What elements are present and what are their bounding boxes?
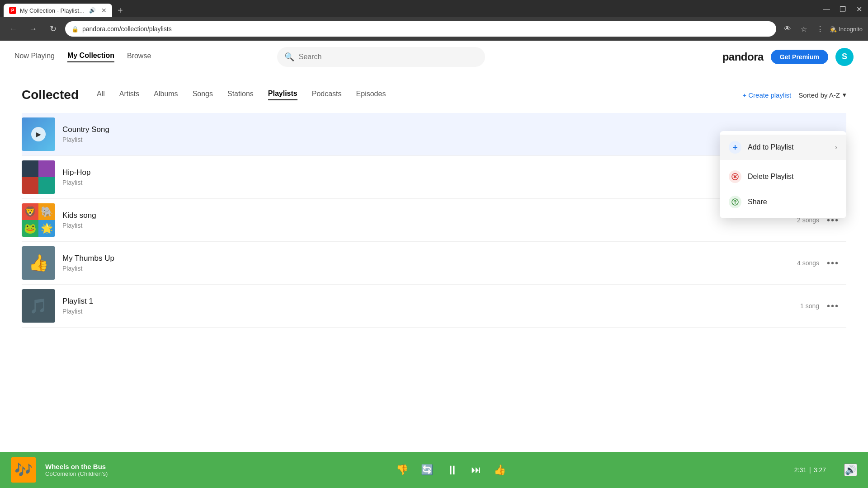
add-to-playlist-label: Add to Playlist [748,143,793,151]
tab-favicon: P [9,7,16,14]
refresh-button[interactable]: ↻ [45,21,61,37]
playlist-more-button[interactable]: ••• [827,301,839,311]
playlist-thumbnail [22,160,55,194]
chevron-down-icon: ▾ [843,91,846,99]
playlist-type: Playlist [62,265,790,272]
search-bar[interactable]: 🔍 [277,47,485,67]
collection-actions: + Create playlist Sorted by A-Z ▾ [742,91,846,99]
bottom-player: 🎶 Wheels on the Bus CoComelon (Children'… [0,452,868,488]
replay-button[interactable]: 🔄 [421,464,433,476]
context-menu-delete-playlist[interactable]: Delete Playlist [720,164,846,189]
collection-header: Collected All Artists Albums Songs Stati… [22,88,846,102]
playlist-song-count: 1 song [800,302,846,310]
reader-mode-icon[interactable]: 👁 [781,22,794,36]
context-menu-add-to-playlist[interactable]: Add to Playlist › [720,135,846,160]
thumb-cell [38,177,55,194]
filter-tab-albums[interactable]: Albums [154,90,178,100]
create-playlist-button[interactable]: + Create playlist [742,91,791,99]
header-right: pandora Get Premium S [722,48,854,66]
playlist-type: Playlist [62,222,790,229]
playlist-row[interactable]: 👍 My Thumbs Up Playlist 4 songs ••• [22,242,846,285]
tab-audio-icon: 🔊 [89,7,96,14]
thumb-cell [22,177,38,194]
player-artist: CoComelon (Children's) [45,470,108,477]
menu-divider [720,162,846,162]
filter-tab-episodes[interactable]: Episodes [356,90,386,100]
playlist-thumbnail: 🎵 [22,289,55,323]
tab-close-button[interactable]: ✕ [101,7,107,14]
play-icon: ▶ [31,127,46,141]
player-song-title: Wheels on the Bus [45,463,108,470]
playlist-row[interactable]: 🎵 Playlist 1 Playlist 1 song ••• [22,285,846,328]
address-bar[interactable]: 🔒 pandora.com/collection/playlists [65,21,776,37]
context-menu: Add to Playlist › Delete Playlist Share [720,131,846,218]
forward-button[interactable]: → [25,21,41,37]
thumb-cell: 🦁 [22,203,38,220]
new-tab-button[interactable]: + [114,4,127,17]
playlist-name: My Thumbs Up [62,254,790,263]
filter-tab-all[interactable]: All [97,90,105,100]
active-tab[interactable]: P My Collection - Playlists - P... 🔊 ✕ [4,4,112,17]
browse-nav[interactable]: Browse [127,52,151,62]
current-time: 2:31 [794,466,807,474]
incognito-badge: 🕵 Incognito [830,26,863,33]
playlist-info: Playlist 1 Playlist [62,297,793,315]
player-thumbnail: 🎶 [11,457,36,483]
thumbs-up-button[interactable]: 👍 [494,464,506,476]
delete-playlist-label: Delete Playlist [748,173,793,181]
delete-playlist-icon [729,170,741,183]
filter-tab-songs[interactable]: Songs [193,90,213,100]
pause-button[interactable]: ⏸ [446,463,458,478]
restore-button[interactable]: ❐ [837,4,848,14]
thumb-cell: 🐸 [22,220,38,237]
close-button[interactable]: ✕ [854,4,864,14]
search-input[interactable] [299,53,478,61]
main-nav: Now Playing My Collection Browse [14,52,151,62]
playlist-thumbnail: 🦁 🐘 🐸 🌟 [22,203,55,237]
player-time: 2:31 | 3:27 [794,466,826,474]
minimize-button[interactable]: — [821,4,832,14]
thumbs-down-button[interactable]: 👎 [396,464,408,476]
bookmark-icon[interactable]: ☆ [797,22,811,36]
player-info: Wheels on the Bus CoComelon (Children's) [45,463,108,477]
pandora-logo: pandora [722,51,764,63]
my-collection-nav[interactable]: My Collection [67,52,114,62]
window-controls: — ❐ ✕ [821,4,864,17]
total-time: 3:27 [814,466,826,474]
url-text: pandora.com/collection/playlists [82,25,770,33]
sort-label: Sorted by A-Z [798,91,840,99]
thumb-cell: 🐘 [38,203,55,220]
sort-dropdown[interactable]: Sorted by A-Z ▾ [798,91,846,99]
browser-menu-icon[interactable]: ⋮ [813,22,827,36]
get-premium-button[interactable]: Get Premium [771,50,828,64]
playlist-info: Kids song Playlist [62,211,790,229]
collection-title: Collected [22,88,79,102]
skip-forward-button[interactable]: ⏭ [471,464,481,476]
playlist-type: Playlist [62,308,793,315]
playlist-info: Hip-Hop Playlist [62,168,812,186]
thumb-cell [38,160,55,177]
incognito-icon: 🕵 [830,26,837,33]
playlist-name: Hip-Hop [62,168,812,177]
share-label: Share [748,198,767,206]
back-button[interactable]: ← [5,21,21,37]
filter-tab-stations[interactable]: Stations [227,90,254,100]
app-header: Now Playing My Collection Browse 🔍 pando… [0,41,868,73]
context-menu-share[interactable]: Share [720,189,846,215]
filter-tab-playlists[interactable]: Playlists [268,89,297,100]
playlist-more-button[interactable]: ••• [827,258,839,268]
filter-tab-podcasts[interactable]: Podcasts [312,90,342,100]
filter-tab-artists[interactable]: Artists [119,90,139,100]
submenu-arrow-icon: › [835,143,837,151]
share-icon [729,196,741,208]
playlist-info: My Thumbs Up Playlist [62,254,790,272]
now-playing-nav[interactable]: Now Playing [14,52,55,62]
browser-chrome: P My Collection - Playlists - P... 🔊 ✕ +… [0,0,868,41]
thumbsup-icon: 👍 [28,253,49,272]
volume-button[interactable]: 🔊 [844,464,857,476]
playlist-type: Playlist [62,179,812,186]
avatar[interactable]: S [835,48,854,66]
playlist-name: Kids song [62,211,790,220]
playlist1-icon: 🎵 [29,297,47,314]
player-controls: 👎 🔄 ⏸ ⏭ 👍 [117,463,785,478]
